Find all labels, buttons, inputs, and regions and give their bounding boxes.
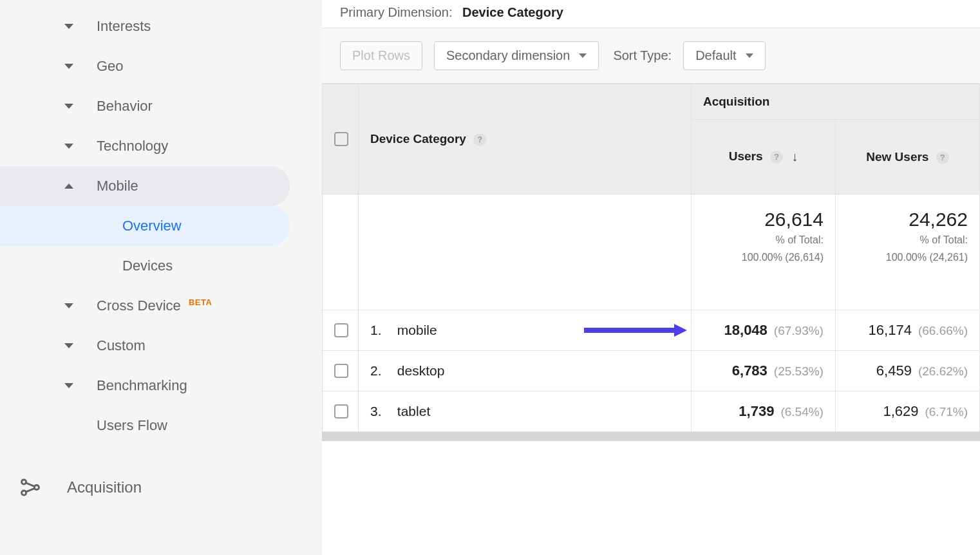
primary-dimension-bar: Primary Dimension: Device Category (322, 0, 980, 28)
column-header-device-category[interactable]: Device Category ? (359, 84, 692, 194)
device-category-cell[interactable]: 2. desktop (359, 351, 692, 391)
users-cell: 18,048(67.93%) (691, 310, 835, 351)
users-cell: 1,739(6.54%) (691, 391, 835, 432)
chevron-down-icon (746, 53, 753, 58)
help-icon[interactable]: ? (936, 151, 949, 164)
chevron-down-icon (579, 53, 587, 58)
main-content: Primary Dimension: Device Category Plot … (322, 0, 980, 555)
svg-marker-4 (674, 324, 687, 337)
total-users: 26,614 % of Total: 100.00% (26,614) (691, 194, 835, 310)
data-table: Device Category ? Acquisition Users ? ↓ … (322, 84, 980, 432)
column-header-checkbox (323, 84, 359, 194)
sidebar-item-mobile[interactable]: Mobile (0, 166, 290, 206)
sidebar-item-custom[interactable]: Custom (0, 326, 322, 366)
chevron-down-icon (64, 144, 73, 149)
sort-descending-icon: ↓ (791, 149, 798, 164)
table-row: 3. tablet 1,739(6.54%) 1,629(6.71%) (323, 391, 980, 432)
sidebar-item-cross-device[interactable]: Cross Device BETA (0, 286, 322, 326)
sidebar-item-users-flow[interactable]: Users Flow (0, 406, 322, 446)
chevron-down-icon (64, 104, 73, 109)
help-icon[interactable]: ? (473, 133, 486, 146)
help-icon[interactable]: ? (770, 151, 783, 164)
chevron-up-icon (64, 183, 73, 189)
chevron-down-icon (64, 303, 73, 308)
sidebar-item-behavior[interactable]: Behavior (0, 86, 322, 126)
sidebar: Interests Geo Behavior Technology Mobile… (0, 0, 322, 555)
annotation-arrow-icon (584, 324, 687, 337)
beta-badge: BETA (189, 297, 212, 307)
new-users-cell: 16,174(66.66%) (835, 310, 979, 351)
table-row: 2. desktop 6,783(25.53%) 6,459(26.62%) (323, 351, 980, 391)
column-group-acquisition: Acquisition (691, 84, 979, 120)
sidebar-item-benchmarking[interactable]: Benchmarking (0, 366, 322, 406)
chevron-down-icon (64, 383, 73, 388)
horizontal-scrollbar[interactable] (322, 432, 980, 441)
secondary-dimension-dropdown[interactable]: Secondary dimension (434, 41, 599, 70)
sort-type-dropdown[interactable]: Default (683, 41, 765, 70)
row-checkbox[interactable] (334, 404, 348, 419)
plot-rows-button: Plot Rows (340, 41, 422, 70)
users-cell: 6,783(25.53%) (691, 351, 835, 391)
sidebar-item-geo[interactable]: Geo (0, 46, 322, 86)
row-checkbox[interactable] (334, 364, 348, 378)
primary-dimension-value[interactable]: Device Category (462, 5, 563, 19)
select-all-checkbox[interactable] (334, 132, 348, 146)
sidebar-item-interests[interactable]: Interests (0, 6, 322, 46)
sidebar-sub-overview[interactable]: Overview (0, 206, 290, 246)
device-category-cell[interactable]: 1. mobile (359, 310, 692, 351)
acquisition-icon (19, 476, 41, 498)
chevron-down-icon (64, 64, 73, 69)
new-users-cell: 6,459(26.62%) (835, 351, 979, 391)
sidebar-item-technology[interactable]: Technology (0, 126, 322, 166)
primary-dimension-label: Primary Dimension: (340, 5, 452, 19)
total-new-users: 24,262 % of Total: 100.00% (24,261) (835, 194, 979, 310)
sidebar-sub-devices[interactable]: Devices (0, 246, 290, 286)
chevron-down-icon (64, 24, 73, 29)
sidebar-section-acquisition[interactable]: Acquisition (0, 465, 322, 510)
device-category-cell[interactable]: 3. tablet (359, 391, 692, 432)
new-users-cell: 1,629(6.71%) (835, 391, 979, 432)
row-checkbox[interactable] (334, 323, 348, 337)
column-header-users[interactable]: Users ? ↓ (691, 120, 835, 194)
table-controls: Plot Rows Secondary dimension Sort Type:… (322, 28, 980, 84)
column-header-new-users[interactable]: New Users ? (835, 120, 979, 194)
totals-row: 26,614 % of Total: 100.00% (26,614) 24,2… (323, 194, 980, 310)
sort-type-label: Sort Type: (613, 48, 672, 63)
table-row: 1. mobile 18,048(67.93%) 16,174(66.66%) (323, 310, 980, 351)
chevron-down-icon (64, 343, 73, 348)
